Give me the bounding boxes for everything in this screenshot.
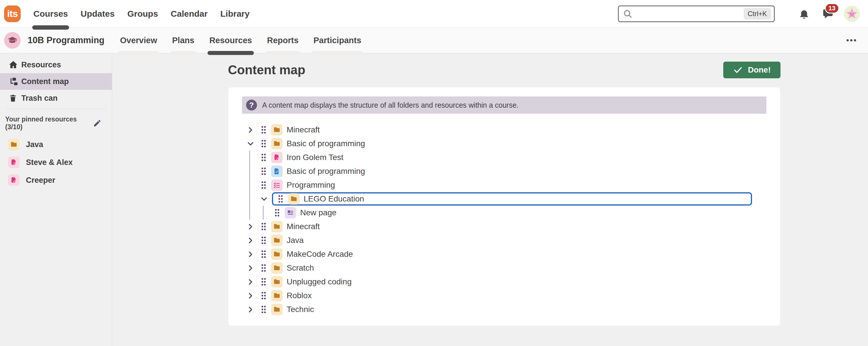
content-map-icon bbox=[9, 77, 21, 86]
trash-icon bbox=[9, 94, 21, 102]
tree-row-makecode-arcade[interactable]: MakeCode Arcade bbox=[245, 247, 766, 261]
chevron-right-icon[interactable] bbox=[245, 303, 258, 316]
tree-slot bbox=[258, 206, 272, 220]
chevron-right-icon[interactable] bbox=[245, 233, 258, 247]
drag-handle-icon[interactable] bbox=[278, 194, 284, 203]
drag-handle-icon[interactable] bbox=[261, 263, 267, 273]
check-icon bbox=[733, 65, 743, 75]
nav-item-updates[interactable]: Updates bbox=[74, 0, 121, 28]
bell-icon bbox=[798, 8, 810, 20]
sidebar-item-label: Resources bbox=[21, 60, 61, 69]
tree-item-label: New page bbox=[300, 208, 336, 217]
drag-handle-icon[interactable] bbox=[261, 153, 267, 162]
drag-handle-icon[interactable] bbox=[261, 181, 267, 190]
tree-item-label: Unplugged coding bbox=[287, 277, 352, 286]
drag-handle-icon[interactable] bbox=[261, 125, 267, 134]
folder-icon bbox=[271, 290, 283, 302]
tab-participants[interactable]: Participants bbox=[306, 28, 369, 53]
search-input[interactable] bbox=[636, 6, 744, 21]
tree-row-programming[interactable]: Programming bbox=[245, 178, 766, 192]
sidebar-item-resources[interactable]: Resources bbox=[0, 56, 112, 73]
tree-item-label: LEGO Education bbox=[304, 194, 364, 203]
tab-plans[interactable]: Plans bbox=[165, 28, 202, 53]
chevron-right-icon[interactable] bbox=[245, 261, 258, 275]
tree-row-minecraft[interactable]: Minecraft bbox=[245, 220, 766, 233]
drag-handle-icon[interactable] bbox=[261, 250, 267, 259]
tree-row-lego-education[interactable]: LEGO Education bbox=[245, 192, 766, 206]
folder-icon bbox=[271, 124, 283, 135]
pinned-resource-creeper[interactable]: Creeper bbox=[0, 171, 112, 189]
tab-resources[interactable]: Resources bbox=[202, 28, 259, 53]
notifications-button[interactable] bbox=[798, 8, 810, 20]
edit-pinned-icon[interactable] bbox=[93, 119, 102, 128]
tree-row-scratch[interactable]: Scratch bbox=[245, 261, 766, 275]
tree-item-label: Basic of programming bbox=[287, 167, 365, 176]
messages-count-badge: 13 bbox=[825, 3, 839, 13]
tree-item-label: Minecraft bbox=[287, 125, 320, 134]
chevron-right-icon[interactable] bbox=[245, 247, 258, 261]
tree-row-roblox[interactable]: Roblox bbox=[245, 289, 766, 303]
tree-row-new-page[interactable]: New page bbox=[245, 206, 766, 220]
tree-row-basic-of-programming[interactable]: Basic of programming bbox=[245, 137, 766, 151]
folder-icon bbox=[271, 304, 283, 315]
sidebar-item-trash-can[interactable]: Trash can bbox=[0, 90, 112, 106]
tree-row-java[interactable]: Java bbox=[245, 233, 766, 247]
tree-row-unplugged-coding[interactable]: Unplugged coding bbox=[245, 275, 766, 289]
sidebar-item-content-map[interactable]: Content map bbox=[0, 73, 112, 90]
tree-item-label: Scratch bbox=[287, 263, 314, 273]
page-icon bbox=[285, 207, 296, 218]
test-icon bbox=[271, 165, 283, 177]
content-map-card: ? A content map displays the structure o… bbox=[228, 87, 780, 326]
page-header: Content map Done! bbox=[228, 61, 780, 78]
drag-handle-icon[interactable] bbox=[274, 208, 281, 217]
drag-handle-icon[interactable] bbox=[261, 139, 267, 148]
chevron-right-icon[interactable] bbox=[245, 289, 258, 303]
chevron-right-icon[interactable] bbox=[245, 123, 258, 137]
global-search: Ctrl+K bbox=[618, 5, 775, 22]
user-avatar[interactable] bbox=[844, 6, 860, 22]
drag-handle-icon[interactable] bbox=[261, 291, 267, 300]
pinned-resource-steve-alex[interactable]: Steve & Alex bbox=[0, 153, 112, 171]
tree-row-basic-of-programming[interactable]: Basic of programming bbox=[245, 164, 766, 178]
itslearning-logo[interactable]: its bbox=[4, 5, 21, 22]
tree-row-iron-golem-test[interactable]: Iron Golem Test bbox=[245, 151, 766, 164]
course-avatar[interactable] bbox=[4, 32, 21, 49]
drag-handle-icon[interactable] bbox=[261, 236, 267, 245]
pinned-resources-label: Your pinned resources (3/10) bbox=[5, 116, 93, 131]
sidebar-item-label: Trash can bbox=[21, 94, 58, 103]
tab-reports[interactable]: Reports bbox=[259, 28, 306, 53]
pinned-resources-header: Your pinned resources (3/10) bbox=[0, 109, 112, 133]
nav-item-courses[interactable]: Courses bbox=[27, 0, 74, 28]
course-header-bar: 10B Programming OverviewPlansResourcesRe… bbox=[0, 28, 868, 53]
tree-item-label: Technic bbox=[287, 305, 314, 314]
pinned-resource-java[interactable]: Java bbox=[0, 135, 112, 153]
tree-row-minecraft[interactable]: Minecraft bbox=[245, 123, 766, 137]
nav-item-library[interactable]: Library bbox=[214, 0, 256, 28]
tree-connector-line bbox=[263, 206, 264, 220]
chevron-right-icon[interactable] bbox=[245, 220, 258, 233]
tree-row-technic[interactable]: Technic bbox=[245, 303, 766, 316]
drag-handle-icon[interactable] bbox=[261, 277, 267, 286]
folder-icon bbox=[271, 234, 283, 246]
checklist-icon bbox=[271, 179, 283, 191]
messages-button[interactable]: 13 bbox=[822, 8, 834, 20]
tab-overview[interactable]: Overview bbox=[113, 28, 165, 53]
selected-tree-item-box[interactable]: LEGO Education bbox=[272, 192, 752, 206]
info-banner-text: A content map displays the structure of … bbox=[262, 101, 519, 109]
chevron-down-icon[interactable] bbox=[245, 137, 258, 151]
more-options-icon[interactable] bbox=[845, 34, 858, 46]
help-icon: ? bbox=[246, 100, 257, 111]
drag-handle-icon[interactable] bbox=[261, 305, 267, 314]
nav-item-groups[interactable]: Groups bbox=[121, 0, 164, 28]
drag-handle-icon[interactable] bbox=[261, 167, 267, 176]
search-shortcut-hint: Ctrl+K bbox=[744, 8, 771, 20]
chevron-down-icon[interactable] bbox=[258, 192, 272, 206]
home-icon bbox=[9, 60, 21, 69]
pinned-resource-label: Steve & Alex bbox=[26, 158, 73, 167]
course-title[interactable]: 10B Programming bbox=[28, 35, 104, 45]
tree-slot bbox=[245, 178, 258, 192]
done-button[interactable]: Done! bbox=[723, 62, 780, 78]
nav-item-calendar[interactable]: Calendar bbox=[164, 0, 214, 28]
drag-handle-icon[interactable] bbox=[261, 222, 267, 231]
chevron-right-icon[interactable] bbox=[245, 275, 258, 289]
